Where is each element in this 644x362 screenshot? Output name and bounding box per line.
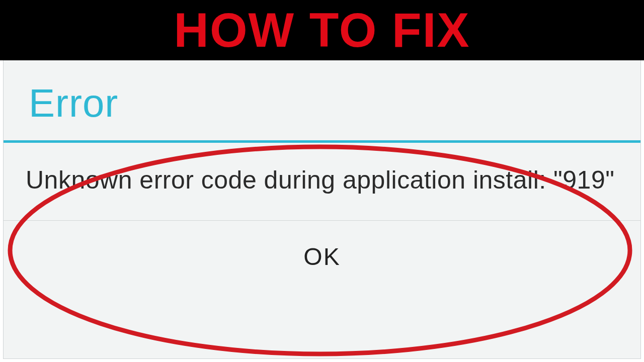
dialog-message: Unknown error code during application in… (26, 164, 618, 196)
thumbnail-banner: HOW TO FIX (0, 0, 644, 60)
dialog-actions: OK (4, 221, 640, 274)
dialog-body: Unknown error code during application in… (4, 143, 640, 221)
error-dialog: Error Unknown error code during applicat… (3, 60, 641, 359)
ok-button[interactable]: OK (293, 240, 350, 274)
dialog-header: Error (4, 60, 640, 140)
dialog-area: Error Unknown error code during applicat… (0, 60, 644, 362)
banner-headline: HOW TO FIX (174, 6, 470, 54)
dialog-title: Error (29, 80, 615, 126)
